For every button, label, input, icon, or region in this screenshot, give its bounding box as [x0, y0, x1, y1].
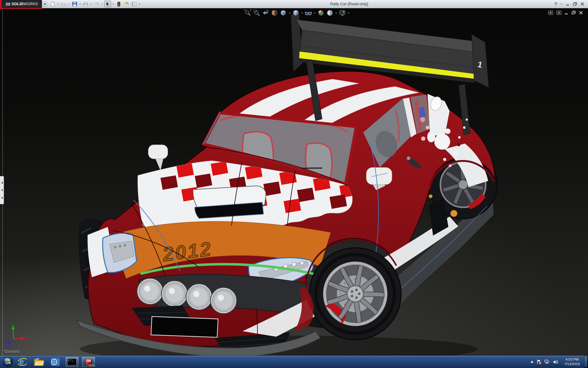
doc-restore-button[interactable]: [571, 11, 576, 15]
app-restore-button[interactable]: [573, 2, 577, 6]
internet-explorer-icon: e: [17, 357, 28, 367]
action-center-button[interactable]: [537, 359, 542, 365]
appearance-sphere-icon: [317, 9, 325, 17]
taskbar-solidworks[interactable]: SW 2015: [81, 356, 96, 367]
collapse-arrow-icon: [1, 197, 3, 199]
eyeglasses-icon: [305, 9, 312, 17]
windows-start-icon: [3, 357, 13, 367]
folder-icon: [34, 357, 44, 366]
save-button[interactable]: [71, 1, 78, 7]
clock-time: 4:03 PM: [561, 357, 583, 362]
left-mirror: [148, 145, 168, 171]
taskbar-command-prompt[interactable]: C:\_: [65, 356, 79, 367]
taskbar-internet-explorer[interactable]: e: [15, 356, 29, 367]
clock-date: 7/13/2015: [561, 362, 583, 366]
file-properties-button[interactable]: [123, 1, 130, 7]
new-document-caret[interactable]: ▼: [57, 3, 59, 5]
print-button[interactable]: [82, 1, 89, 7]
view-orientation-label: *Dimetric: [4, 349, 20, 354]
close-icon: [580, 2, 584, 6]
select-caret[interactable]: ▼: [112, 3, 115, 5]
doc-minimize-button[interactable]: [564, 11, 569, 15]
view-orientation-button[interactable]: [279, 9, 287, 17]
print-caret[interactable]: ▼: [90, 3, 92, 5]
solidworks-logo: 3S SOLIDWORKS: [2, 0, 42, 9]
previous-view-button[interactable]: [262, 9, 270, 17]
options-button[interactable]: [130, 1, 138, 7]
zoom-to-fit-icon: [244, 9, 251, 17]
hide-show-items-button[interactable]: [304, 9, 312, 17]
triad-z-label: Z: [3, 346, 5, 349]
menu-flyout-button[interactable]: [43, 1, 47, 7]
doc-minimize-icon: [564, 11, 569, 15]
open-caret[interactable]: ▼: [68, 3, 70, 5]
titlebar-right-controls: ? ▼: [554, 0, 584, 8]
options-caret[interactable]: ▼: [138, 3, 141, 5]
view-settings-button[interactable]: [338, 9, 346, 17]
license-plate: [151, 316, 218, 337]
save-caret[interactable]: ▼: [79, 3, 81, 5]
zoom-to-area-icon: [253, 9, 260, 17]
windows-taskbar: e C:\_: [0, 355, 588, 368]
brand-text: SOLIDWORKS: [12, 2, 38, 6]
view-orientation-caret[interactable]: ▼: [288, 12, 291, 14]
desktop: 3S SOLIDWORKS ▼ ▼ ▼ ▼ ▼: [0, 0, 588, 368]
zoom-to-fit-button[interactable]: [244, 9, 252, 17]
speaker-icon: [553, 360, 558, 364]
taskbar-file-explorer[interactable]: [32, 356, 46, 367]
section-view-button[interactable]: [270, 9, 278, 17]
apply-scene-button[interactable]: [326, 9, 334, 17]
show-hidden-icons-button[interactable]: [530, 360, 534, 363]
start-button[interactable]: [2, 356, 14, 368]
undo-caret[interactable]: ▼: [101, 3, 104, 5]
volume-button[interactable]: [553, 360, 558, 364]
solidworks-2015-icon: SW 2015: [84, 357, 93, 366]
hide-show-items-caret[interactable]: ▼: [313, 12, 316, 14]
section-view-icon: [271, 9, 278, 17]
file-properties-icon: [124, 2, 129, 6]
doc-close-button[interactable]: [579, 11, 583, 15]
chevron-right-icon: [44, 3, 46, 5]
new-document-icon: [50, 2, 55, 6]
feature-manager-fly-out-tab[interactable]: [0, 176, 4, 204]
taskbar-items: e C:\_: [2, 356, 97, 368]
minimize-icon: [566, 2, 570, 6]
open-folder-icon: [61, 2, 66, 6]
command-prompt-icon: C:\_: [67, 358, 77, 366]
display-style-caret[interactable]: ▼: [301, 12, 303, 14]
zoom-to-area-button[interactable]: [253, 9, 261, 17]
new-document-button[interactable]: [49, 1, 56, 7]
taskbar-media-player[interactable]: [48, 356, 62, 367]
app-close-button[interactable]: [580, 2, 584, 6]
options-list-icon: [131, 2, 137, 6]
taskbar-clock[interactable]: 4:03 PM 7/13/2015: [561, 357, 583, 366]
feature-pane-right-button[interactable]: [556, 10, 562, 15]
pane-left-icon: [548, 10, 553, 15]
display-style-button[interactable]: [292, 9, 300, 17]
collapse-arrow-icon: [1, 182, 3, 184]
help-caret[interactable]: ▼: [560, 3, 563, 5]
media-player-icon: [51, 357, 60, 366]
document-window-controls: [548, 10, 583, 15]
rebuild-button[interactable]: [115, 1, 122, 7]
save-floppy-icon: [72, 2, 77, 6]
undo-arrow-icon: [94, 2, 99, 6]
undo-button[interactable]: [93, 1, 100, 7]
edit-appearance-button[interactable]: [317, 9, 325, 17]
help-button[interactable]: ?: [554, 2, 557, 6]
app-minimize-button[interactable]: [566, 2, 570, 6]
open-button[interactable]: [60, 1, 67, 7]
car-3d-model: 1 2012: [0, 8, 588, 356]
show-desktop-button[interactable]: [584, 356, 588, 368]
apply-scene-caret[interactable]: ▼: [335, 12, 337, 14]
restore-icon: [573, 2, 577, 6]
feature-pane-left-button[interactable]: [548, 10, 553, 15]
display-style-icon: [292, 9, 300, 17]
system-tray: 4:03 PM 7/13/2015: [530, 356, 583, 368]
front-wheel: [309, 248, 401, 340]
print-icon: [83, 2, 88, 6]
view-settings-caret[interactable]: ▼: [347, 12, 350, 14]
network-status-button[interactable]: [545, 359, 550, 364]
graphics-viewport[interactable]: 1 2012: [0, 8, 588, 356]
select-button[interactable]: [104, 1, 111, 7]
